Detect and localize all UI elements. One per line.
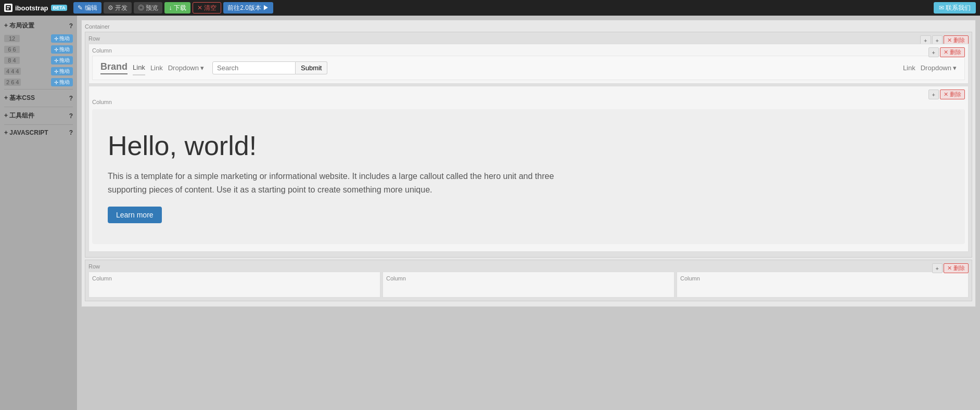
sidebar-components[interactable]: + 工具组件 ? — [0, 109, 77, 123]
javascript-help-icon[interactable]: ? — [69, 129, 73, 136]
bottom-column-1: Column — [88, 272, 380, 298]
layout-264-label: 2 6 4 — [4, 79, 21, 86]
row-2-delete-button[interactable]: ✕ 删除 — [944, 263, 969, 273]
navbar-search-group: Submit — [212, 61, 327, 74]
sidebar-divider-2 — [4, 107, 73, 107]
edit-button[interactable]: ✎ 编辑 — [73, 2, 101, 14]
svg-rect-1 — [7, 6, 10, 7]
svg-rect-2 — [7, 8, 9, 9]
layout-444-label: 4 4 4 — [4, 68, 21, 75]
row-2-add-button[interactable]: + — [932, 263, 943, 273]
column-2-actions: + ✕ 删除 — [928, 89, 965, 99]
drag-66-button[interactable]: ✛拖动 — [51, 45, 73, 54]
download-button[interactable]: ↓ 下载 — [164, 2, 190, 14]
logo-icon — [4, 4, 12, 12]
drag-84-button[interactable]: ✛拖动 — [51, 56, 73, 65]
canvas-area: Container Row + + ✕ 删除 Column + ✕ 删除 — [77, 16, 980, 410]
container-box: Container Row + + ✕ 删除 Column + ✕ 删除 — [81, 20, 976, 307]
app-name: ibootstrap — [15, 4, 48, 12]
row-2-label: Row — [88, 263, 969, 270]
column-1-actions: + ✕ 删除 — [928, 47, 965, 57]
drag-444-button[interactable]: ✛拖动 — [51, 67, 73, 75]
sidebar-item-84: 8 4 ✛拖动 — [0, 55, 77, 66]
sidebar-item-444: 4 4 4 ✛拖动 — [0, 66, 77, 76]
navbar-right-dropdown[interactable]: Dropdown ▾ — [921, 64, 957, 72]
components-help-icon[interactable]: ? — [69, 112, 73, 120]
jumbotron-heading: Hello, world! — [108, 130, 949, 161]
navbar-brand[interactable]: Brand — [100, 61, 128, 74]
bottom-col-3-label: Column — [680, 275, 965, 281]
layout-help-icon[interactable]: ? — [69, 22, 73, 30]
version-button[interactable]: 前往2.0版本 ▶ — [223, 2, 273, 14]
sidebar-layout-settings[interactable]: + 布局设置 ? — [0, 19, 77, 33]
navbar-search-input[interactable] — [212, 61, 296, 74]
bottom-columns: Column Column Column — [88, 272, 969, 298]
preview-button[interactable]: ◎ 预览 — [134, 2, 162, 14]
col-1-delete-button[interactable]: ✕ 删除 — [940, 47, 965, 57]
sidebar-item-66: 6 6 ✛拖动 — [0, 44, 77, 55]
navbar-right: Link Dropdown ▾ — [903, 61, 957, 75]
col-1-add-button[interactable]: + — [928, 47, 939, 57]
row-1-box: Row + + ✕ 删除 Column + ✕ 删除 Brand — [85, 32, 972, 258]
dev-button[interactable]: ⚙ 开发 — [104, 2, 132, 14]
layout-12-label: 12 — [4, 35, 20, 42]
sidebar-item-12: 12 ✛拖动 — [0, 33, 77, 44]
sidebar-javascript[interactable]: + JAVASCRIPT ? — [0, 126, 77, 139]
right-dropdown-caret-icon: ▾ — [953, 64, 957, 72]
navbar-submit-button[interactable]: Submit — [296, 61, 327, 74]
beta-badge: BETA — [51, 5, 68, 11]
sidebar: + 布局设置 ? 12 ✛拖动 6 6 ✛拖动 8 4 ✛拖动 4 4 4 ✛拖… — [0, 16, 77, 410]
column-1-box: Column + ✕ 删除 Brand Link Link Dropdown ▾ — [88, 44, 969, 84]
bottom-column-3: Column — [677, 272, 969, 298]
brand-logo: ibootstrap BETA — [4, 4, 67, 12]
column-2-box: Column + ✕ 删除 Hello, world! This is a te… — [88, 86, 969, 252]
dropdown-caret-icon: ▾ — [200, 64, 204, 72]
drag-12-button[interactable]: ✛拖动 — [51, 34, 73, 43]
clear-button[interactable]: ✕ 清空 — [193, 2, 221, 14]
sidebar-basic-css[interactable]: + 基本CSS ? — [0, 91, 77, 105]
navbar-link-1[interactable]: Link — [133, 60, 145, 75]
column-2-label: Column — [92, 99, 965, 105]
navbar-link-2[interactable]: Link — [150, 61, 163, 75]
container-label: Container — [85, 23, 972, 30]
row-2-actions: + ✕ 删除 — [932, 263, 969, 273]
navbar-preview: Brand Link Link Dropdown ▾ Submit Link — [92, 56, 965, 80]
drag-264-button[interactable]: ✛拖动 — [51, 78, 73, 86]
layout-84-label: 8 4 — [4, 57, 20, 64]
sidebar-item-264: 2 6 4 ✛拖动 — [0, 77, 77, 87]
col-2-add-button[interactable]: + — [928, 89, 939, 99]
navbar-dropdown-1[interactable]: Dropdown ▾ — [168, 64, 204, 72]
basiccss-help-icon[interactable]: ? — [69, 95, 73, 102]
column-1-label: Column — [92, 47, 965, 54]
sidebar-divider-1 — [4, 89, 73, 89]
row-2-box: Row + ✕ 删除 Column Column Column — [85, 260, 972, 301]
main-layout: + 布局设置 ? 12 ✛拖动 6 6 ✛拖动 8 4 ✛拖动 4 4 4 ✛拖… — [0, 16, 980, 410]
layout-66-label: 6 6 — [4, 46, 20, 53]
learn-more-button[interactable]: Learn more — [108, 207, 162, 223]
row-1-label: Row — [88, 35, 969, 42]
col-2-delete-button[interactable]: ✕ 删除 — [940, 89, 965, 99]
bottom-column-2: Column — [383, 272, 674, 298]
bottom-col-2-label: Column — [386, 275, 671, 281]
navbar-right-link[interactable]: Link — [903, 61, 915, 75]
jumbotron-description: This is a template for a simple marketin… — [108, 170, 576, 196]
bottom-col-1-label: Column — [92, 275, 377, 281]
top-navbar: ibootstrap BETA ✎ 编辑 ⚙ 开发 ◎ 预览 ↓ 下载 ✕ 清空… — [0, 0, 980, 16]
jumbotron: Hello, world! This is a template for a s… — [92, 109, 965, 244]
contact-button[interactable]: ✉ 联系我们 — [934, 2, 976, 14]
svg-rect-0 — [6, 5, 11, 10]
sidebar-divider-3 — [4, 124, 73, 125]
